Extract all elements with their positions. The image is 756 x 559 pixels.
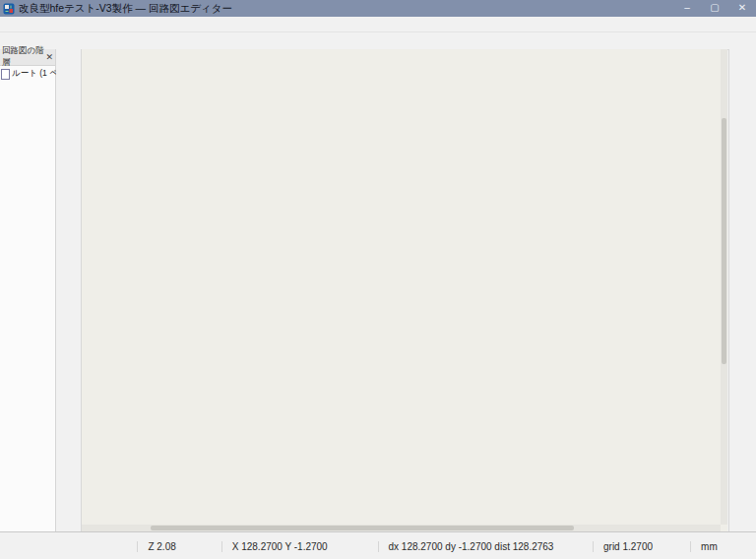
schematic-canvas[interactable] [82,49,727,531]
close-button[interactable]: ✕ [728,0,756,17]
sheet-icon [1,69,10,80]
horizontal-scrollbar[interactable] [82,525,721,531]
title-bar: 改良型hfeテスト-V3製作 — 回路図エディター – ▢ ✕ [0,0,756,17]
minimize-button[interactable]: – [673,0,701,17]
window-title: 改良型hfeテスト-V3製作 — 回路図エディター [19,2,232,16]
vertical-scrollbar[interactable] [721,49,727,525]
right-toolbar [728,49,756,533]
hierarchy-root-item[interactable]: ルート (1 ページ) [0,66,55,82]
status-grid: grid 1.2700 [593,541,690,552]
status-delta: dx 128.2700 dy -1.2700 dist 128.2763 [378,541,594,552]
kicad-app-icon [3,3,15,15]
status-units: mm [690,541,756,552]
status-position: X 128.2700 Y -1.2700 [221,541,378,552]
hierarchy-panel: 回路図の階層 ✕ ルート (1 ページ) [0,49,56,531]
hierarchy-panel-close-icon[interactable]: ✕ [45,52,53,62]
status-zoom: Z 2.08 [137,541,220,552]
maximize-button[interactable]: ▢ [701,0,728,17]
menu-bar [0,17,756,32]
schematic-drawing [82,49,721,525]
top-toolbar [0,32,756,50]
status-bar: Z 2.08 X 128.2700 Y -1.2700 dx 128.2700 … [0,531,756,559]
left-toolbar [56,49,82,534]
hierarchy-panel-title: 回路図の階層 [2,45,45,69]
